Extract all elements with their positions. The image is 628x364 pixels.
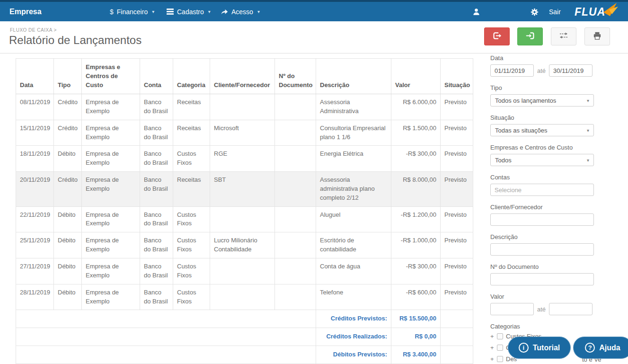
summary-situacao-cell (441, 328, 473, 346)
table-cell: Crédito (54, 172, 82, 207)
table-row[interactable]: 27/11/2019DébitoEmpresa de ExemploBanco … (16, 258, 473, 284)
category-checkbox[interactable] (497, 356, 503, 362)
expand-icon[interactable]: + (490, 355, 494, 363)
flua-logo[interactable]: FLUA (575, 4, 619, 20)
categorias-label: Categorias (490, 323, 594, 330)
table-cell: Débito (54, 232, 82, 258)
filters-sidebar: Data até Tipo Todos os lançamentos ▾ Sit… (490, 54, 594, 364)
table-cell: 08/11/2019 (16, 94, 54, 120)
menu-acesso[interactable]: Acesso ▾ (221, 2, 260, 21)
menu-cadastro[interactable]: Cadastro ▾ (167, 2, 211, 21)
descricao-label: Descrição (490, 233, 594, 240)
table-cell (210, 94, 275, 120)
expand-icon[interactable]: + (490, 344, 494, 351)
table-cell: SBT (210, 172, 275, 207)
table-cell: Empresa de Exemplo (82, 258, 140, 284)
table-cell: Consultoria Empresarial plano 1 1/6 (316, 120, 391, 146)
column-header-6: Cliente/Fornecedor (210, 59, 275, 94)
tutorial-button[interactable]: i Tutorial (508, 337, 571, 359)
table-cell: -R$ 300,00 (391, 258, 441, 284)
ajuda-button[interactable]: ? Ajuda (573, 337, 628, 359)
table-cell: Empresa de Exemplo (82, 206, 140, 232)
table-row[interactable]: 15/11/2019CréditoEmpresa de ExemploBanco… (16, 120, 473, 146)
chevron-down-icon: ▾ (587, 158, 589, 163)
data-between-label: até (537, 67, 546, 74)
tipo-select[interactable]: Todos os lançamentos ▾ (490, 94, 594, 107)
valor-from-input[interactable] (490, 303, 534, 315)
gear-icon[interactable] (529, 7, 540, 17)
table-cell: 28/11/2019 (16, 284, 54, 310)
ajuda-label: Ajuda (599, 344, 620, 352)
table-cell (210, 258, 275, 284)
breadcrumb[interactable]: FLUXO DE CAIXA > (10, 27, 57, 33)
documento-input[interactable] (490, 273, 594, 285)
table-cell: 15/11/2019 (16, 120, 54, 146)
table-cell: -R$ 300,00 (391, 146, 441, 172)
table-cell: Custos Fixos (173, 284, 210, 310)
table-cell: Crédito (54, 94, 82, 120)
report-table: DataTipoEmpresas e Centros de CustoConta… (16, 58, 473, 364)
menu-acesso-label: Acesso (231, 8, 253, 16)
category-checkbox[interactable] (497, 333, 503, 339)
table-cell (275, 94, 316, 120)
situacao-select[interactable]: Todas as situações ▾ (490, 124, 594, 136)
table-cell: Banco do Brasil (140, 120, 173, 146)
column-header-10: Situação (441, 59, 473, 94)
category-checkbox[interactable] (497, 345, 503, 351)
table-cell: Aluguel (316, 206, 391, 232)
table-cell: Débito (54, 206, 82, 232)
table-cell: 27/11/2019 (16, 258, 54, 284)
summary-empty-cell (16, 346, 316, 364)
table-cell: Banco do Brasil (140, 94, 173, 120)
valor-to-input[interactable] (549, 303, 593, 315)
descricao-input[interactable] (490, 243, 594, 256)
printer-icon (593, 32, 601, 42)
table-cell: Banco do Brasil (140, 206, 173, 232)
data-to-input[interactable] (549, 64, 593, 77)
table-cell: Custos Fixos (173, 232, 210, 258)
table-cell: Banco do Brasil (140, 172, 173, 207)
table-cell: Empresa de Exemplo (82, 232, 140, 258)
table-row[interactable]: 22/11/2019DébitoEmpresa de ExemploBanco … (16, 206, 473, 232)
table-cell: Receitas (173, 94, 210, 120)
chevron-down-icon: ▾ (152, 9, 154, 14)
summary-row: Créditos Previstos:R$ 15.500,00 (16, 310, 473, 328)
table-cell: Débito (54, 258, 82, 284)
column-header-2: Tipo (54, 59, 82, 94)
print-button[interactable] (584, 27, 610, 45)
filter-situacao: Situação Todas as situações ▾ (490, 114, 594, 136)
sair-link[interactable]: Sair (549, 8, 561, 16)
contas-input[interactable] (490, 184, 594, 196)
user-icon[interactable] (471, 7, 481, 17)
table-cell: Receitas (173, 120, 210, 146)
table-cell (275, 284, 316, 310)
table-row[interactable]: 28/11/2019DébitoEmpresa de ExemploBanco … (16, 284, 473, 310)
table-row[interactable]: 18/11/2019DébitoEmpresa de ExemploBanco … (16, 146, 473, 172)
table-cell: R$ 6.000,00 (391, 94, 441, 120)
column-header-9: Valor (391, 59, 441, 94)
empresas-label: Empresas e Centros de Custo (490, 144, 594, 151)
cliente-input[interactable] (490, 213, 594, 226)
expand-icon[interactable]: + (490, 333, 494, 340)
menu-financeiro[interactable]: $ Financeiro ▾ (110, 2, 154, 21)
table-row[interactable]: 25/11/2019DébitoEmpresa de ExemploBanco … (16, 232, 473, 258)
table-cell: Assessoria administrativa plano completo… (316, 172, 391, 207)
filter-valor: Valor até (490, 293, 594, 315)
table-cell: Previsto (441, 232, 473, 258)
summary-value: R$ 0,00 (391, 328, 441, 346)
empresas-select[interactable]: Todos ▾ (490, 154, 594, 166)
summary-situacao-cell (441, 346, 473, 364)
table-cell: Assessoria Administrativa (316, 94, 391, 120)
table-cell: 22/11/2019 (16, 206, 54, 232)
table-cell: Banco do Brasil (140, 284, 173, 310)
table-cell: Telefone (316, 284, 391, 310)
data-from-input[interactable] (490, 64, 534, 77)
filter-contas: Contas (490, 174, 594, 196)
table-row[interactable]: 08/11/2019CréditoEmpresa de ExemploBanco… (16, 94, 473, 120)
new-debit-button[interactable] (484, 27, 510, 45)
transfer-button[interactable] (551, 27, 576, 45)
new-credit-button[interactable] (517, 27, 543, 45)
contas-label: Contas (490, 174, 594, 181)
filter-empresas: Empresas e Centros de Custo Todos ▾ (490, 144, 594, 166)
table-row[interactable]: 20/11/2019CréditoEmpresa de ExemploBanco… (16, 172, 473, 207)
